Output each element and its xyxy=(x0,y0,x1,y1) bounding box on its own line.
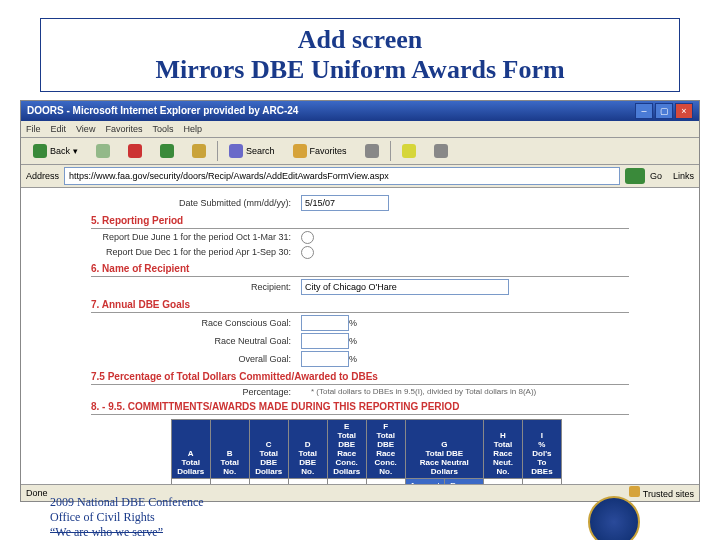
home-button[interactable] xyxy=(185,140,213,162)
stop-button[interactable] xyxy=(121,140,149,162)
status-right: Trusted sites xyxy=(643,489,694,499)
section-7-5-heading: 7.5 Percentage of Total Dollars Committe… xyxy=(91,371,689,382)
date-submitted-label: Date Submitted (mm/dd/yy): xyxy=(31,198,301,208)
menu-file[interactable]: File xyxy=(26,124,41,134)
status-left: Done xyxy=(26,488,48,498)
refresh-icon xyxy=(160,144,174,158)
race-conscious-label: Race Conscious Goal: xyxy=(31,318,301,328)
col-e: ETotalDBERaceConc.Dollars xyxy=(327,419,366,478)
address-input[interactable] xyxy=(64,167,620,185)
race-conscious-input[interactable] xyxy=(301,315,349,331)
title-line1: Add screen xyxy=(298,25,422,54)
footer-line1: 2009 National DBE Conference xyxy=(50,495,204,510)
print-button[interactable] xyxy=(427,140,455,162)
menu-favorites[interactable]: Favorites xyxy=(105,124,142,134)
col-b: BTotalNo. xyxy=(210,419,249,478)
overall-goal-input[interactable] xyxy=(301,351,349,367)
menu-help[interactable]: Help xyxy=(183,124,202,134)
title-line2: Mirrors DBE Uniform Awards Form xyxy=(155,55,564,84)
section-6-heading: 6. Name of Recipient xyxy=(91,263,689,274)
menubar: File Edit View Favorites Tools Help xyxy=(21,121,699,138)
footer-text: 2009 National DBE Conference Office of C… xyxy=(50,495,204,540)
browser-window: DOORS - Microsoft Internet Explorer prov… xyxy=(20,100,700,502)
page-content: Date Submitted (mm/dd/yy): 5. Reporting … xyxy=(21,188,699,502)
address-label: Address xyxy=(26,171,59,181)
stop-icon xyxy=(128,144,142,158)
toolbar: Back ▾ Search Favorites xyxy=(21,138,699,165)
report-jun-label: Report Due June 1 for the period Oct 1-M… xyxy=(31,232,301,242)
date-submitted-input[interactable] xyxy=(301,195,389,211)
radio-jun[interactable] xyxy=(301,231,314,244)
maximize-button[interactable]: ▢ xyxy=(655,103,673,119)
forward-button[interactable] xyxy=(89,140,117,162)
back-button[interactable]: Back ▾ xyxy=(26,140,85,162)
recipient-label: Recipient: xyxy=(31,282,301,292)
history-icon xyxy=(365,144,379,158)
search-icon xyxy=(229,144,243,158)
close-button[interactable]: × xyxy=(675,103,693,119)
titlebar: DOORS - Microsoft Internet Explorer prov… xyxy=(21,101,699,121)
search-button[interactable]: Search xyxy=(222,140,282,162)
links-label: Links xyxy=(673,171,694,181)
col-a: ATotalDollars xyxy=(171,419,210,478)
section-7-heading: 7. Annual DBE Goals xyxy=(91,299,689,310)
address-bar: Address Go Links xyxy=(21,165,699,188)
footer-line2: Office of Civil Rights xyxy=(50,510,204,525)
refresh-button[interactable] xyxy=(153,140,181,162)
go-label: Go xyxy=(650,171,662,181)
favorites-button[interactable]: Favorites xyxy=(286,140,354,162)
go-button[interactable] xyxy=(625,168,645,184)
race-neutral-input[interactable] xyxy=(301,333,349,349)
percentage-note: * (Total dollars to DBEs in 9.5(I), divi… xyxy=(311,387,536,396)
history-button[interactable] xyxy=(358,140,386,162)
report-dec-label: Report Due Dec 1 for the period Apr 1-Se… xyxy=(31,247,301,257)
percentage-label: Percentage: xyxy=(31,387,301,397)
section-5-heading: 5. Reporting Period xyxy=(91,215,689,226)
agency-seal-icon xyxy=(588,496,640,540)
home-icon xyxy=(192,144,206,158)
col-g: GTotal DBERace NeutralDollars xyxy=(405,419,483,478)
radio-dec[interactable] xyxy=(301,246,314,259)
col-d: DTotalDBENo. xyxy=(288,419,327,478)
race-neutral-label: Race Neutral Goal: xyxy=(31,336,301,346)
col-f: FTotalDBERaceConc.No. xyxy=(366,419,405,478)
recipient-input[interactable] xyxy=(301,279,509,295)
menu-view[interactable]: View xyxy=(76,124,95,134)
overall-goal-label: Overall Goal: xyxy=(31,354,301,364)
footer-line3: “We are who we serve” xyxy=(50,525,204,540)
mail-button[interactable] xyxy=(395,140,423,162)
window-title: DOORS - Microsoft Internet Explorer prov… xyxy=(27,105,298,116)
print-icon xyxy=(434,144,448,158)
lock-icon xyxy=(629,486,640,497)
back-icon xyxy=(33,144,47,158)
col-i: I%Dol'sToDBEs xyxy=(522,419,561,478)
slide-title: Add screen Mirrors DBE Uniform Awards Fo… xyxy=(40,18,680,92)
section-8-heading: 8. - 9.5. COMMITTMENTS/AWARDS MADE DURIN… xyxy=(91,401,689,412)
menu-edit[interactable]: Edit xyxy=(51,124,67,134)
forward-icon xyxy=(96,144,110,158)
star-icon xyxy=(293,144,307,158)
minimize-button[interactable]: – xyxy=(635,103,653,119)
col-h: HTotalRaceNeut.No. xyxy=(483,419,522,478)
mail-icon xyxy=(402,144,416,158)
col-c: CTotalDBEDollars xyxy=(249,419,288,478)
menu-tools[interactable]: Tools xyxy=(152,124,173,134)
